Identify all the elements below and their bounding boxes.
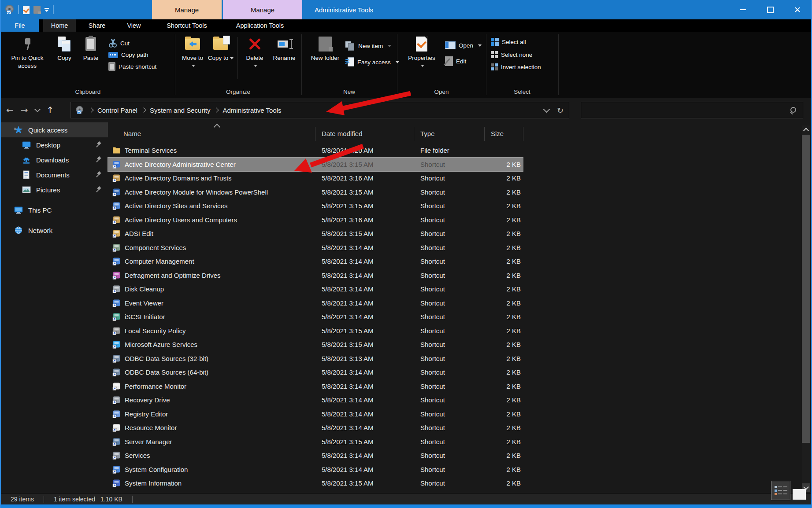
file-row[interactable]: Disk Cleanup 5/8/2021 3:14 AM Shortcut 2…	[108, 282, 804, 296]
file-row[interactable]: Recovery Drive 5/8/2021 3:14 AM Shortcut…	[108, 393, 804, 407]
file-row[interactable]: Active Directory Users and Computers 5/8…	[108, 213, 804, 227]
refresh-button[interactable]: ↻	[557, 106, 564, 115]
sidebar-item-network[interactable]: Network	[1, 223, 108, 238]
address-dropdown[interactable]	[543, 106, 550, 113]
tab-home[interactable]: Home	[43, 19, 76, 32]
details-view-button[interactable]	[771, 481, 790, 500]
recent-locations-dropdown[interactable]	[34, 106, 40, 112]
file-row[interactable]: Active Directory Sites and Services 5/8/…	[108, 199, 804, 213]
downloads-icon	[22, 155, 31, 164]
pin-to-quick-access-button[interactable]: Pin to Quick access	[4, 35, 51, 70]
column-header-name[interactable]: Name	[123, 130, 141, 137]
new-folder-button[interactable]: New folder	[309, 35, 341, 62]
scroll-up-button[interactable]	[802, 125, 810, 134]
copy-path-button[interactable]: Copy path	[108, 52, 156, 58]
file-row[interactable]: Services 5/8/2021 3:14 AM Shortcut 2 KB	[108, 449, 804, 463]
status-bar: 29 items 1 item selected 1.10 KB	[1, 493, 811, 505]
navigation-pane: Quick access Desktop Downloads Documents…	[1, 122, 108, 493]
tab-view[interactable]: View	[118, 19, 150, 32]
up-button[interactable]: ↑	[47, 105, 54, 115]
file-row[interactable]: Event Viewer 5/8/2021 3:14 AM Shortcut 2…	[108, 296, 804, 310]
file-row[interactable]: Active Directory Administrative Center 5…	[108, 158, 523, 172]
delete-button[interactable]: Delete	[241, 35, 268, 70]
tab-share[interactable]: Share	[80, 19, 114, 32]
sidebar-item-desktop[interactable]: Desktop	[1, 137, 108, 152]
cut-button[interactable]: Cut	[108, 39, 156, 48]
rename-icon	[277, 39, 292, 49]
paste-shortcut-button[interactable]: Paste shortcut	[108, 62, 156, 71]
shortcut-tools-contextual-header[interactable]: Manage	[152, 0, 222, 19]
file-row[interactable]: System Information 5/8/2021 3:15 AM Shor…	[108, 476, 804, 490]
sidebar-item-quick-access[interactable]: Quick access	[1, 122, 108, 137]
file-row[interactable]: Performance Monitor 5/8/2021 3:14 AM Sho…	[108, 379, 804, 394]
file-row[interactable]: Computer Management 5/8/2021 3:14 AM Sho…	[108, 254, 804, 269]
file-row[interactable]: ODBC Data Sources (32-bit) 5/8/2021 3:13…	[108, 352, 804, 366]
file-row[interactable]: Local Security Policy 5/8/2021 3:15 AM S…	[108, 324, 804, 338]
invert-selection-button[interactable]: Invert selection	[491, 63, 541, 70]
file-row[interactable]: Microsoft Azure Services 5/8/2021 3:15 A…	[108, 338, 804, 352]
sidebar-item-pictures[interactable]: Pictures	[1, 182, 108, 197]
file-row[interactable]: Component Services 5/8/2021 3:14 AM Shor…	[108, 241, 804, 255]
sidebar-item-documents[interactable]: Documents	[1, 167, 108, 182]
column-resize-handle[interactable]	[315, 127, 315, 141]
back-button[interactable]: ←	[6, 105, 14, 115]
tab-application-tools[interactable]: Application Tools	[222, 19, 298, 32]
shortcut-icon	[112, 327, 121, 335]
maximize-button[interactable]	[756, 0, 784, 19]
copy-icon	[58, 37, 71, 52]
file-row[interactable]: Server Manager 5/8/2021 3:15 AM Shortcut…	[108, 435, 804, 449]
column-resize-handle[interactable]	[414, 127, 414, 141]
column-resize-handle[interactable]	[484, 127, 485, 141]
open-icon	[445, 41, 456, 49]
title-bar[interactable]: Manage Manage Administrative Tools	[1, 0, 811, 19]
file-row[interactable]: Defragment and Optimize Drives 5/8/2021 …	[108, 269, 804, 283]
file-row[interactable]: Active Directory Domains and Trusts 5/8/…	[108, 171, 804, 185]
breadcrumb-system-and-security[interactable]: System and Security	[150, 107, 211, 114]
application-tools-contextual-header[interactable]: Manage	[223, 0, 302, 19]
copy-to-button[interactable]: Copy to	[208, 35, 234, 62]
tab-file[interactable]: File	[1, 19, 39, 32]
forward-button[interactable]: →	[21, 105, 28, 115]
minimize-button[interactable]	[729, 0, 756, 19]
search-box[interactable]	[581, 102, 803, 118]
column-resize-handle[interactable]	[523, 127, 523, 141]
file-row[interactable]: ADSI Edit 5/8/2021 3:15 AM Shortcut 2 KB	[108, 227, 804, 241]
file-row[interactable]: Resource Monitor 5/8/2021 3:14 AM Shortc…	[108, 421, 804, 435]
rename-button[interactable]: Rename	[269, 35, 300, 62]
new-item-button[interactable]: New item	[345, 41, 399, 50]
customize-qat-icon[interactable]	[44, 8, 49, 12]
easy-access-button[interactable]: Easy access	[345, 57, 399, 67]
copy-button[interactable]: Copy	[52, 35, 77, 62]
large-icons-view-button[interactable]	[793, 489, 806, 500]
select-none-button[interactable]: Select none	[491, 51, 541, 58]
close-button[interactable]	[784, 0, 811, 19]
file-row[interactable]: Registry Editor 5/8/2021 3:14 AM Shortcu…	[108, 407, 804, 421]
vertical-scrollbar[interactable]	[802, 125, 810, 492]
column-header-size[interactable]: Size	[491, 130, 504, 137]
shortcut-icon	[112, 313, 121, 321]
shortcut-icon	[112, 438, 121, 446]
column-header-date-modified[interactable]: Date modified	[322, 130, 363, 137]
column-header-type[interactable]: Type	[420, 130, 435, 137]
breadcrumb-control-panel[interactable]: Control Panel	[97, 107, 137, 114]
scrollbar-thumb[interactable]	[802, 135, 810, 443]
sidebar-item-this-pc[interactable]: This PC	[1, 202, 108, 217]
properties-qat-icon[interactable]	[23, 6, 30, 14]
tab-shortcut-tools[interactable]: Shortcut Tools	[156, 19, 218, 32]
file-row[interactable]: Active Directory Module for Windows Powe…	[108, 185, 804, 199]
new-folder-qat-icon[interactable]	[33, 6, 41, 14]
file-row[interactable]: iSCSI Initiator 5/8/2021 3:14 AM Shortcu…	[108, 310, 804, 324]
address-bar[interactable]: Control Panel System and Security Admini…	[70, 102, 569, 118]
sidebar-item-downloads[interactable]: Downloads	[1, 152, 108, 167]
file-row[interactable]: ODBC Data Sources (64-bit) 5/8/2021 3:14…	[108, 365, 804, 379]
properties-button[interactable]: Properties	[404, 35, 439, 70]
file-row[interactable]: System Configuration 5/8/2021 3:14 AM Sh…	[108, 463, 804, 477]
open-button[interactable]: Open	[445, 41, 482, 49]
paste-button[interactable]: Paste	[78, 35, 104, 62]
window-bottom-border	[1, 504, 811, 508]
breadcrumb-administrative-tools[interactable]: Administrative Tools	[222, 107, 281, 114]
file-row[interactable]: Terminal Services 5/8/2021 3:20 AM File …	[108, 144, 804, 158]
select-all-button[interactable]: Select all	[491, 38, 541, 46]
move-to-button[interactable]: Move to	[179, 35, 206, 70]
edit-button[interactable]: Edit	[445, 56, 482, 66]
